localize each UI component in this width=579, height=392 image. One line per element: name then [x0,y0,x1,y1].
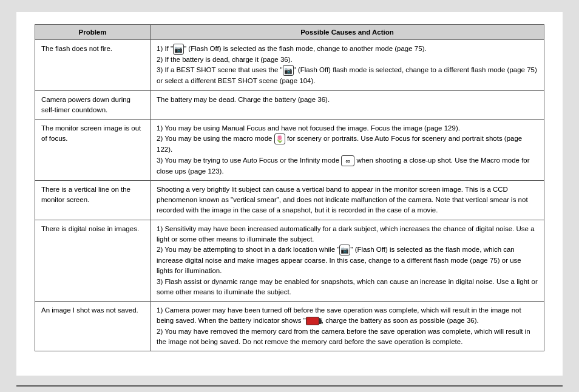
flash-off-icon-2: 📷 [283,65,294,76]
col-header-problem: Problem [35,25,151,40]
problem-cell: There is digital noise in images. [35,220,151,302]
table-row: An image I shot was not saved. 1) Camera… [35,302,544,351]
problem-cell: An image I shot was not saved. [35,302,151,351]
table-row: Camera powers down during self-timer cou… [35,90,544,120]
infinity-icon: ∞ [341,155,354,166]
table-row: There is a vertical line on the monitor … [35,180,544,220]
problem-cell: There is a vertical line on the monitor … [35,180,151,220]
flash-off-icon-3: 📷 [339,245,350,255]
col-header-causes: Possible Causes and Action [151,25,544,40]
causes-cell: 1) If "📷" (Flash Off) is selected as the… [151,40,544,91]
page-footer: 281 APPENDIX [16,385,563,392]
causes-cell: 1) Camera power may have been turned off… [151,302,544,351]
causes-cell: Shooting a very brightly lit subject can… [151,180,544,220]
flash-off-icon: 📷 [173,44,184,55]
macro-icon: 🌷 [274,133,285,144]
causes-cell: 1) Sensitivity may have been increased a… [151,220,544,302]
causes-cell: The battery may be dead. Charge the batt… [151,90,544,120]
table-row: The monitor screen image is out of focus… [35,120,544,181]
problem-cell: The monitor screen image is out of focus… [35,120,151,181]
table-row: The flash does not fire. 1) If "📷" (Flas… [35,40,544,91]
table-row: There is digital noise in images. 1) Sen… [35,220,544,302]
battery-low-icon [306,317,319,325]
causes-cell: 1) You may be using Manual Focus and hav… [151,120,544,181]
page-content: Problem Possible Causes and Action The f… [16,12,563,376]
problem-cell: Camera powers down during self-timer cou… [35,90,151,120]
troubleshooting-table: Problem Possible Causes and Action The f… [35,24,544,351]
problem-cell: The flash does not fire. [35,40,151,91]
